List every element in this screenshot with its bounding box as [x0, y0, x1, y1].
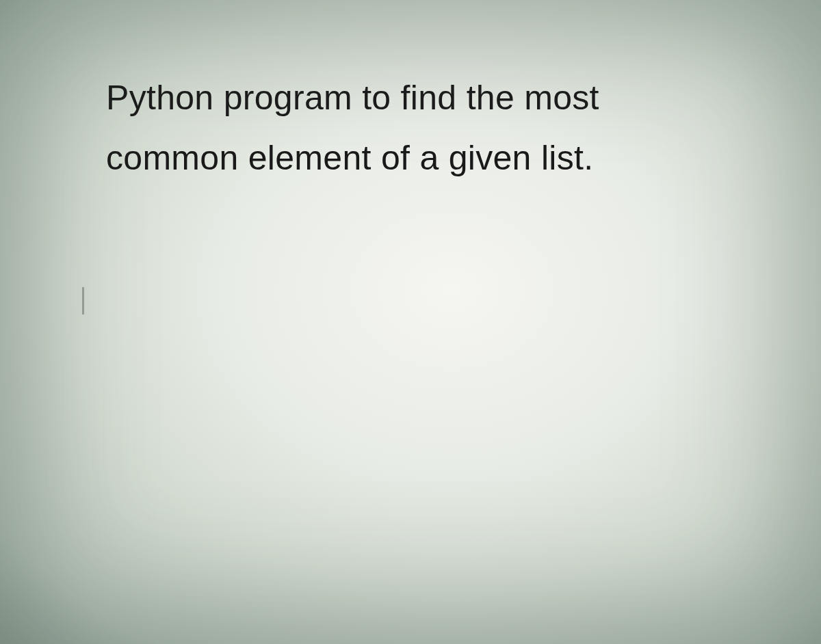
text-cursor-mark — [82, 287, 84, 314]
problem-line-2: common element of a given list. — [106, 139, 593, 177]
problem-statement: Python program to find the most common e… — [106, 68, 753, 188]
problem-text: Python program to find the most common e… — [106, 68, 753, 188]
problem-line-1: Python program to find the most — [106, 79, 599, 117]
